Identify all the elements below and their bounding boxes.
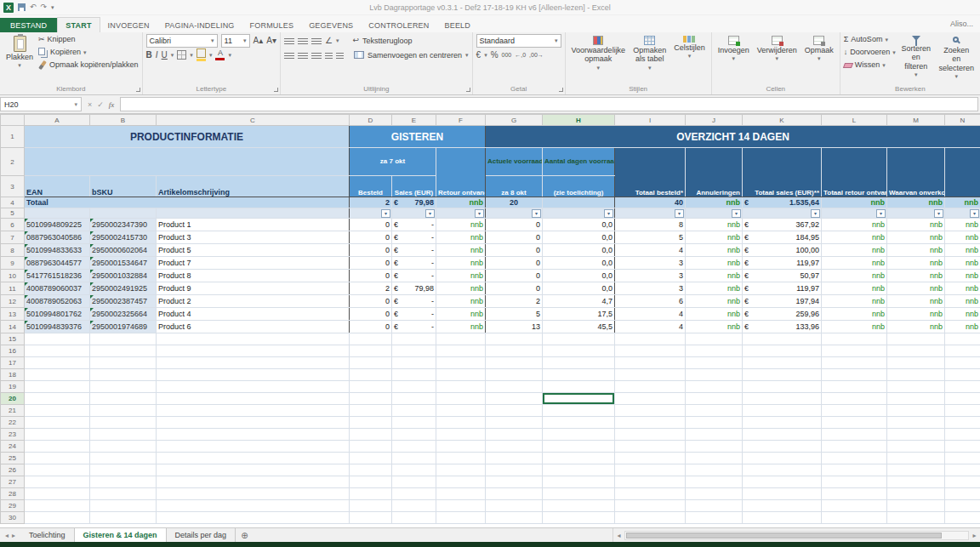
cell-H30[interactable] (543, 512, 615, 524)
cell-G30[interactable] (486, 512, 543, 524)
cell-D17[interactable] (350, 357, 392, 369)
row-header-6[interactable]: 6 (1, 219, 25, 231)
cell-H17[interactable] (543, 357, 615, 369)
row-header-24[interactable]: 24 (1, 441, 25, 453)
cell-K17[interactable] (743, 357, 822, 369)
cell-E14[interactable]: €- (392, 321, 436, 333)
cell-H10[interactable]: 0,0 (543, 270, 615, 282)
sheet-tab-details-per-dag[interactable]: Details per dag (167, 528, 236, 542)
cell-J9[interactable]: nnb (686, 257, 743, 270)
cell-L14[interactable]: nnb (822, 321, 887, 333)
cell-M6[interactable]: nnb (887, 219, 945, 231)
cell-N26[interactable] (945, 464, 980, 476)
cell-B15[interactable] (90, 333, 157, 345)
cell-E30[interactable] (392, 512, 436, 524)
underline-button[interactable]: U (162, 51, 168, 60)
number-format-select[interactable]: Standaard ▾ (476, 34, 561, 48)
cell-I9[interactable]: 3 (615, 257, 686, 270)
borders-icon[interactable] (177, 50, 186, 60)
cell-E28[interactable] (392, 488, 436, 500)
cell-G19[interactable] (486, 381, 543, 393)
cell-L30[interactable] (822, 512, 887, 524)
cell-C8[interactable]: Product 5 (157, 244, 350, 257)
fill-color-button[interactable] (197, 48, 206, 61)
cell-M21[interactable] (887, 405, 945, 417)
cell-H15[interactable] (543, 333, 615, 345)
cell-D4[interactable]: 2 (350, 197, 392, 208)
cell-J24[interactable] (686, 441, 743, 453)
cell-A17[interactable] (25, 357, 90, 369)
cell-N8[interactable]: nnb (945, 244, 980, 257)
cell-A24[interactable] (25, 441, 90, 453)
cell-G21[interactable] (486, 405, 543, 417)
new-sheet-icon[interactable]: ⊕ (236, 528, 253, 542)
cell-H13[interactable]: 17,5 (543, 308, 615, 321)
cell-L28[interactable] (822, 488, 887, 500)
cell-K29[interactable] (743, 500, 822, 512)
cell-F16[interactable] (436, 345, 486, 357)
cell-G26[interactable] (486, 464, 543, 476)
filter-dropdown-icon[interactable] (934, 209, 943, 218)
cell-M20[interactable] (887, 393, 945, 405)
lettertype-dialog-launcher-icon[interactable] (274, 88, 278, 92)
cell-K28[interactable] (743, 488, 822, 500)
row-header-2[interactable]: 2 (1, 148, 25, 176)
cell-N21[interactable] (945, 405, 980, 417)
header-bsku[interactable]: bSKU (90, 176, 157, 197)
cell-G8[interactable]: 0 (486, 244, 543, 257)
cell-A22[interactable] (25, 417, 90, 429)
cell-D6[interactable]: 0 (350, 219, 392, 231)
cell-F12[interactable]: nnb (436, 295, 486, 308)
row-header-19[interactable]: 19 (1, 381, 25, 393)
row-header-17[interactable]: 17 (1, 357, 25, 369)
cell-H16[interactable] (543, 345, 615, 357)
cell-N10[interactable]: nnb (945, 270, 980, 282)
cell-M15[interactable] (887, 333, 945, 345)
header-sales-eur[interactable]: Sales (EUR) (392, 176, 436, 197)
cell-H23[interactable] (543, 429, 615, 441)
format-as-table-button[interactable]: Opmaken als tabel ▾ (630, 34, 669, 84)
signed-in-user[interactable]: Aliso... (950, 20, 980, 28)
currency-dropdown-icon[interactable]: ▾ (484, 52, 487, 59)
cell-H7[interactable]: 0,0 (543, 231, 615, 244)
cell-L25[interactable] (822, 453, 887, 464)
cell-D9[interactable]: 0 (350, 257, 392, 270)
cell-F27[interactable] (436, 476, 486, 488)
cell-D29[interactable] (350, 500, 392, 512)
cell-E12[interactable]: €- (392, 295, 436, 308)
cell-E15[interactable] (392, 333, 436, 345)
cell-B24[interactable] (90, 441, 157, 453)
redo-icon[interactable]: ↷ (41, 3, 48, 11)
cell-G17[interactable] (486, 357, 543, 369)
header-gisteren[interactable]: GISTEREN (350, 126, 486, 148)
cell-K11[interactable]: €119,97 (743, 282, 822, 295)
row-header-23[interactable]: 23 (1, 429, 25, 441)
cell-F14[interactable]: nnb (436, 321, 486, 333)
col-header-G[interactable]: G (486, 115, 543, 126)
cell-A25[interactable] (25, 453, 90, 464)
cell-N15[interactable] (945, 333, 980, 345)
cell-D13[interactable]: 0 (350, 308, 392, 321)
row-header-27[interactable]: 27 (1, 476, 25, 488)
cell-A30[interactable] (25, 512, 90, 524)
filter-dropdown-icon[interactable] (970, 209, 979, 218)
cell-A28[interactable] (25, 488, 90, 500)
cell-B20[interactable] (90, 393, 157, 405)
cell-E23[interactable] (392, 429, 436, 441)
cell-A26[interactable] (25, 464, 90, 476)
cell-H12[interactable]: 4,7 (543, 295, 615, 308)
orientation-icon[interactable]: ∠ (325, 37, 333, 45)
cell-L6[interactable]: nnb (822, 219, 887, 231)
cell-J14[interactable]: nnb (686, 321, 743, 333)
cell-M27[interactable] (887, 476, 945, 488)
cell-B16[interactable] (90, 345, 157, 357)
cell-B6[interactable]: 2950002347390 (90, 219, 157, 231)
row-header-12[interactable]: 12 (1, 295, 25, 308)
cell-D30[interactable] (350, 512, 392, 524)
cell-H6[interactable]: 0,0 (543, 219, 615, 231)
col-header-D[interactable]: D (350, 115, 392, 126)
cell-F11[interactable]: nnb (436, 282, 486, 295)
cell-K7[interactable]: €184,95 (743, 231, 822, 244)
cell-M9[interactable]: nnb (887, 257, 945, 270)
cell-E20[interactable] (392, 393, 436, 405)
